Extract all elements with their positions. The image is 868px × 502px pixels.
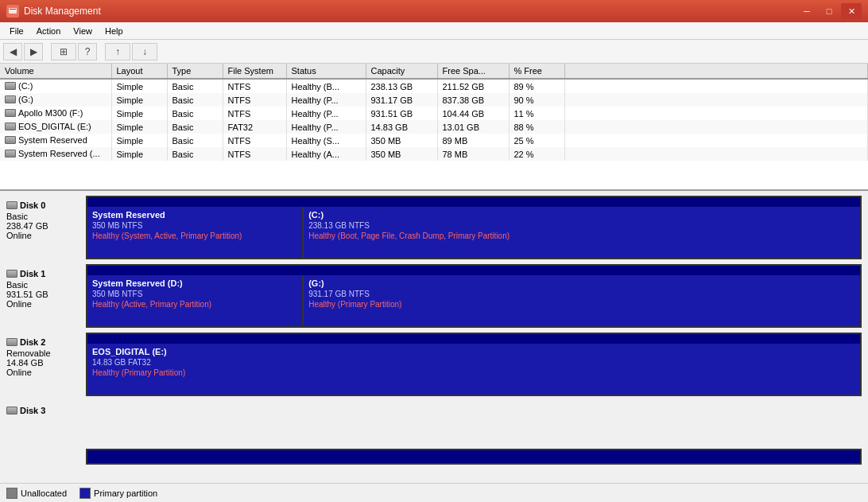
col-status[interactable]: Status — [286, 64, 366, 79]
cell-status: Healthy (P... — [286, 107, 366, 120]
disk-status-1: Online — [6, 299, 79, 309]
status-bar: Unallocated Primary partition — [0, 483, 868, 502]
down-button[interactable]: ↓ — [132, 43, 157, 60]
cell-pct: 11 % — [509, 107, 564, 120]
table-row[interactable]: Apollo M300 (F:) Simple Basic NTFS Healt… — [0, 107, 868, 120]
partition-0-0[interactable]: System Reserved 350 MB NTFS Healthy (Sys… — [87, 207, 304, 258]
cell-pct: 88 % — [509, 120, 564, 134]
table-row[interactable]: (C:) Simple Basic NTFS Healthy (B... 238… — [0, 79, 868, 93]
window-title: Disk Management — [24, 6, 101, 17]
cell-pct: 22 % — [509, 147, 564, 161]
disk-row: Disk 2 Removable 14.84 GB Online EOS_DIG… — [0, 333, 868, 396]
menu-bar: File Action View Help — [0, 22, 868, 40]
title-bar: Disk Management ─ □ ✕ — [0, 0, 868, 22]
svg-rect-1 — [10, 9, 16, 10]
part-healthy-0-1: Healthy (Boot, Page File, Crash Dump, Pr… — [308, 232, 855, 240]
primary-label: Primary partition — [94, 488, 157, 498]
cell-layout: Simple — [111, 147, 167, 161]
maximize-button[interactable]: □ — [819, 3, 839, 19]
cell-capacity: 931.17 GB — [366, 93, 437, 107]
col-volume[interactable]: Volume — [0, 64, 111, 79]
table-row[interactable]: System Reserved (... Simple Basic NTFS H… — [0, 147, 868, 161]
primary-icon — [79, 488, 91, 499]
partition-1-0[interactable]: System Reserved (D:) 350 MB NTFS Healthy… — [87, 275, 304, 326]
volume-table: Volume Layout Type File System Status Ca… — [0, 64, 868, 161]
main-content: Volume Layout Type File System Status Ca… — [0, 64, 868, 502]
cell-capacity: 931.51 GB — [366, 107, 437, 120]
cell-type: Basic — [167, 134, 223, 147]
part-healthy-0-0: Healthy (System, Active, Primary Partiti… — [92, 232, 297, 240]
cell-layout: Simple — [111, 79, 167, 93]
window-controls: ─ □ ✕ — [796, 3, 862, 19]
col-fs[interactable]: File System — [223, 64, 286, 79]
disk-partitions-3 — [86, 449, 862, 465]
part-size-1-0: 350 MB NTFS — [92, 290, 297, 298]
unallocated-label: Unallocated — [21, 488, 67, 498]
disk-info-3: Disk 3 — [0, 401, 86, 465]
volume-table-container: Volume Layout Type File System Status Ca… — [0, 64, 868, 191]
cell-capacity: 350 MB — [366, 134, 437, 147]
up-button[interactable]: ↑ — [105, 43, 130, 60]
close-button[interactable]: ✕ — [841, 3, 862, 19]
help-button[interactable]: ? — [78, 43, 97, 60]
disk-status-0: Online — [6, 231, 79, 240]
cell-pct: 90 % — [509, 93, 564, 107]
app-icon — [6, 5, 19, 18]
disk-row: Disk 1 Basic 931.51 GB Online System Res… — [0, 264, 868, 328]
cell-capacity: 350 MB — [366, 147, 437, 161]
table-row[interactable]: System Reserved Simple Basic NTFS Health… — [0, 134, 868, 147]
part-size-0-1: 238.13 GB NTFS — [308, 221, 855, 230]
disk-name-0: Disk 0 — [6, 200, 79, 210]
show-panel-button[interactable]: ⊞ — [51, 43, 76, 60]
cell-status: Healthy (P... — [286, 120, 366, 134]
col-pct[interactable]: % Free — [509, 64, 564, 79]
disk-info-0: Disk 0 Basic 238.47 GB Online — [0, 196, 86, 259]
partition-2-0[interactable]: EOS_DIGITAL (E:) 14.83 GB FAT32 Healthy … — [87, 344, 860, 395]
col-type[interactable]: Type — [167, 64, 223, 79]
disk-info-2: Disk 2 Removable 14.84 GB Online — [0, 333, 86, 396]
menu-help[interactable]: Help — [99, 25, 130, 37]
part-size-1-1: 931.17 GB NTFS — [308, 290, 855, 298]
col-capacity[interactable]: Capacity — [366, 64, 437, 79]
partition-1-1[interactable]: (G:) 931.17 GB NTFS Healthy (Primary Par… — [304, 275, 860, 326]
part-name-2-0: EOS_DIGITAL (E:) — [92, 347, 855, 356]
disk-view: Disk 0 Basic 238.47 GB Online System Res… — [0, 191, 868, 483]
cell-type: Basic — [167, 79, 223, 93]
partition-0-1[interactable]: (C:) 238.13 GB NTFS Healthy (Boot, Page … — [304, 207, 860, 258]
legend-unallocated: Unallocated — [6, 488, 67, 499]
table-row[interactable]: (G:) Simple Basic NTFS Healthy (P... 931… — [0, 93, 868, 107]
table-row[interactable]: EOS_DIGITAL (E:) Simple Basic FAT32 Heal… — [0, 120, 868, 134]
cell-free: 211.52 GB — [437, 79, 509, 93]
menu-view[interactable]: View — [67, 25, 99, 37]
disk-partitions-2: EOS_DIGITAL (E:) 14.83 GB FAT32 Healthy … — [86, 333, 862, 396]
col-layout[interactable]: Layout — [111, 64, 167, 79]
disk-size-0: 238.47 GB — [6, 221, 79, 231]
col-extra — [564, 64, 868, 79]
legend-primary: Primary partition — [79, 488, 157, 499]
menu-action[interactable]: Action — [30, 25, 68, 37]
col-free[interactable]: Free Spa... — [437, 64, 509, 79]
cell-empty — [564, 79, 868, 93]
disk-row: Disk 0 Basic 238.47 GB Online System Res… — [0, 196, 868, 259]
cell-empty — [564, 120, 868, 134]
cell-fs: NTFS — [223, 134, 286, 147]
cell-volume: Apollo M300 (F:) — [0, 107, 111, 120]
minimize-button[interactable]: ─ — [796, 3, 817, 19]
cell-status: Healthy (P... — [286, 93, 366, 107]
cell-volume: System Reserved — [0, 134, 111, 147]
cell-free: 837.38 GB — [437, 93, 509, 107]
part-size-2-0: 14.83 GB FAT32 — [92, 358, 855, 367]
cell-fs: NTFS — [223, 107, 286, 120]
menu-file[interactable]: File — [3, 25, 30, 37]
forward-button[interactable]: ▶ — [24, 43, 43, 60]
disk-partitions-1: System Reserved (D:) 350 MB NTFS Healthy… — [86, 264, 862, 328]
disk-status-2: Online — [6, 368, 79, 377]
cell-layout: Simple — [111, 93, 167, 107]
cell-volume: EOS_DIGITAL (E:) — [0, 120, 111, 134]
cell-layout: Simple — [111, 107, 167, 120]
disk-info-1: Disk 1 Basic 931.51 GB Online — [0, 264, 86, 328]
back-button[interactable]: ◀ — [3, 43, 22, 60]
cell-layout: Simple — [111, 120, 167, 134]
cell-type: Basic — [167, 93, 223, 107]
cell-fs: NTFS — [223, 147, 286, 161]
